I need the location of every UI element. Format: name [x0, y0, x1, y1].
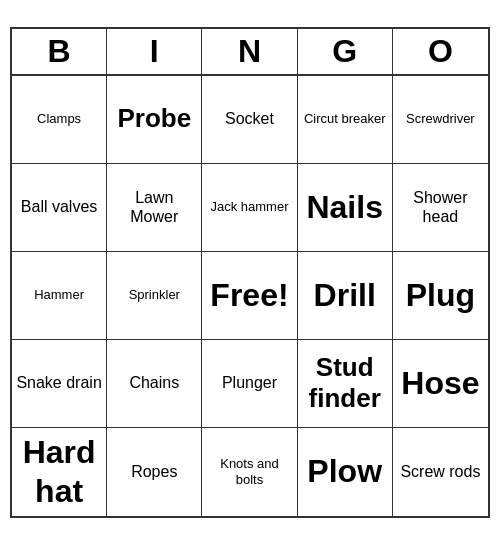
cell-text: Probe — [117, 103, 191, 134]
bingo-cell: Sprinkler — [107, 252, 202, 340]
header-letter: B — [12, 29, 107, 74]
cell-text: Ropes — [131, 462, 177, 481]
cell-text: Nails — [306, 188, 382, 226]
cell-text: Chains — [129, 373, 179, 392]
bingo-card: BINGO ClampsProbeSocketCircut breakerScr… — [10, 27, 490, 518]
bingo-cell: Ropes — [107, 428, 202, 516]
cell-text: Stud finder — [302, 352, 388, 414]
cell-text: Lawn Mower — [111, 188, 197, 226]
bingo-cell: Socket — [202, 76, 297, 164]
bingo-cell: Free! — [202, 252, 297, 340]
cell-text: Snake drain — [16, 373, 101, 392]
bingo-cell: Hose — [393, 340, 488, 428]
bingo-cell: Plunger — [202, 340, 297, 428]
cell-text: Plow — [307, 452, 382, 490]
bingo-cell: Nails — [298, 164, 393, 252]
bingo-cell: Plug — [393, 252, 488, 340]
bingo-cell: Screw rods — [393, 428, 488, 516]
bingo-cell: Ball valves — [12, 164, 107, 252]
bingo-cell: Circut breaker — [298, 76, 393, 164]
bingo-header: BINGO — [12, 29, 488, 76]
header-letter: G — [298, 29, 393, 74]
bingo-cell: Probe — [107, 76, 202, 164]
cell-text: Hose — [401, 364, 479, 402]
cell-text: Hammer — [34, 287, 84, 303]
bingo-cell: Clamps — [12, 76, 107, 164]
cell-text: Hard hat — [16, 433, 102, 510]
cell-text: Free! — [210, 276, 288, 314]
bingo-cell: Drill — [298, 252, 393, 340]
cell-text: Plunger — [222, 373, 277, 392]
bingo-cell: Plow — [298, 428, 393, 516]
cell-text: Ball valves — [21, 197, 97, 216]
bingo-cell: Knots and bolts — [202, 428, 297, 516]
cell-text: Screw rods — [400, 462, 480, 481]
bingo-cell: Chains — [107, 340, 202, 428]
bingo-cell: Shower head — [393, 164, 488, 252]
cell-text: Clamps — [37, 111, 81, 127]
header-letter: N — [202, 29, 297, 74]
cell-text: Shower head — [397, 188, 484, 226]
cell-text: Circut breaker — [304, 111, 386, 127]
cell-text: Plug — [406, 276, 475, 314]
cell-text: Socket — [225, 109, 274, 128]
bingo-cell: Screwdriver — [393, 76, 488, 164]
cell-text: Jack hammer — [210, 199, 288, 215]
header-letter: I — [107, 29, 202, 74]
cell-text: Drill — [314, 276, 376, 314]
header-letter: O — [393, 29, 488, 74]
bingo-cell: Stud finder — [298, 340, 393, 428]
cell-text: Knots and bolts — [206, 456, 292, 487]
bingo-grid: ClampsProbeSocketCircut breakerScrewdriv… — [12, 76, 488, 516]
bingo-cell: Snake drain — [12, 340, 107, 428]
bingo-cell: Hammer — [12, 252, 107, 340]
bingo-cell: Lawn Mower — [107, 164, 202, 252]
cell-text: Screwdriver — [406, 111, 475, 127]
bingo-cell: Hard hat — [12, 428, 107, 516]
cell-text: Sprinkler — [129, 287, 180, 303]
bingo-cell: Jack hammer — [202, 164, 297, 252]
